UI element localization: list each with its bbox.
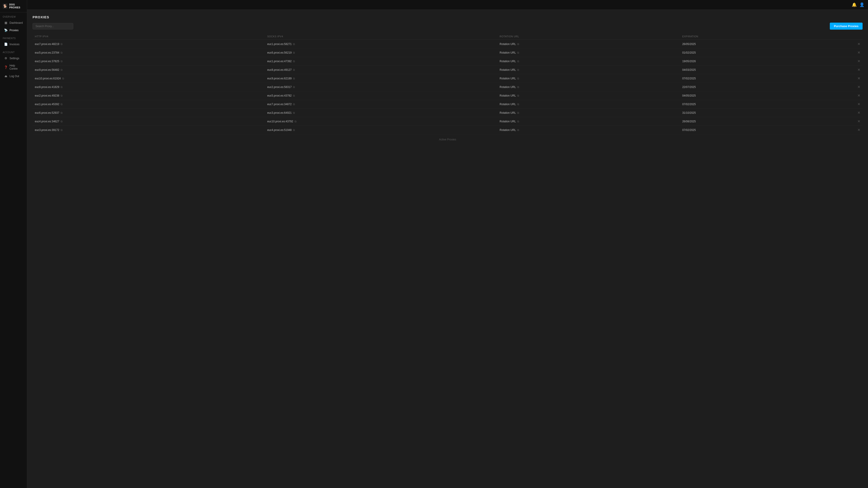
sidebar-item-logout[interactable]: ⏏ Log Out [1, 72, 26, 80]
topbar: 🔔 👤 [27, 0, 868, 10]
rotation-value-7: Rotation URL [500, 103, 516, 106]
copy-socks-icon-4[interactable]: ⧉ [293, 77, 295, 80]
copy-rotation-icon-0[interactable]: ⧉ [517, 42, 519, 46]
copy-rotation-icon-5[interactable]: ⧉ [517, 86, 519, 89]
sidebar-item-help[interactable]: ❓ Help Centre [1, 62, 26, 72]
cell-expiry-5: 22/07/2025 [680, 83, 813, 91]
copy-http-icon-8[interactable]: ⧉ [61, 111, 63, 115]
copy-socks-icon-0[interactable]: ⧉ [293, 42, 295, 46]
copy-rotation-icon-7[interactable]: ⧉ [517, 103, 519, 106]
socks-value-10: euc4.proxi.es:51948 [267, 128, 291, 132]
cell-rotation-7: Rotation URL ⧉ [497, 100, 680, 109]
copy-socks-icon-5[interactable]: ⧉ [293, 86, 295, 89]
cell-socks-0: euc1.proxi.es:58271 ⧉ [265, 40, 497, 49]
help-icon: ❓ [4, 66, 8, 69]
delete-button-7[interactable]: ✕ [815, 102, 860, 106]
copy-socks-icon-7[interactable]: ⧉ [293, 103, 295, 106]
cell-action-1: ✕ [813, 49, 863, 57]
rotation-value-1: Rotation URL [500, 51, 516, 54]
delete-button-3[interactable]: ✕ [815, 68, 860, 72]
rotation-value-2: Rotation URL [500, 60, 516, 63]
socks-value-2: euc1.proxi.es:47392 [267, 60, 291, 63]
toolbar: Purchase Proxies [33, 23, 863, 30]
cell-socks-7: euc7.proxi.es:34872 ⧉ [265, 100, 497, 109]
copy-rotation-icon-9[interactable]: ⧉ [517, 120, 519, 123]
copy-socks-icon-1[interactable]: ⧉ [293, 51, 295, 54]
delete-button-10[interactable]: ✕ [815, 128, 860, 132]
copy-rotation-icon-10[interactable]: ⧉ [517, 128, 519, 132]
sidebar-item-dashboard[interactable]: ▦ Dashboard [1, 19, 26, 26]
cell-expiry-10: 07/02/2025 [680, 126, 813, 134]
notifications-icon[interactable]: 🔔 [852, 2, 857, 7]
expiry-value-4: 07/02/2025 [682, 77, 696, 80]
sidebar-item-invoices[interactable]: 📄 Invoices [1, 41, 26, 48]
copy-http-icon-1[interactable]: ⧉ [61, 51, 63, 54]
http-value-10: euc3.proxi.es:39172 [35, 128, 59, 132]
http-value-1: euc5.proxi.es:23784 [35, 51, 59, 54]
table-row: euc6.proxi.es:52937 ⧉ euc3.proxi.es:6492… [33, 109, 863, 117]
copy-rotation-icon-8[interactable]: ⧉ [517, 111, 519, 115]
purchase-proxies-button[interactable]: Purchase Proxies [830, 23, 863, 30]
copy-socks-icon-9[interactable]: ⧉ [294, 120, 297, 123]
delete-button-8[interactable]: ✕ [815, 111, 860, 115]
table-row: euc5.proxi.es:23784 ⧉ euc6.proxi.es:5621… [33, 49, 863, 57]
copy-http-icon-5[interactable]: ⧉ [61, 86, 63, 89]
copy-http-icon-4[interactable]: ⧉ [62, 77, 64, 80]
copy-socks-icon-6[interactable]: ⧉ [293, 94, 295, 97]
expiry-value-1: 01/02/2025 [682, 51, 696, 54]
rotation-value-6: Rotation URL [500, 94, 516, 97]
cell-expiry-3: 04/03/2025 [680, 66, 813, 74]
delete-button-2[interactable]: ✕ [815, 59, 860, 63]
cell-rotation-6: Rotation URL ⧉ [497, 91, 680, 100]
delete-button-4[interactable]: ✕ [815, 76, 860, 81]
copy-rotation-icon-3[interactable]: ⧉ [517, 68, 519, 71]
user-avatar-icon[interactable]: 👤 [860, 2, 864, 7]
copy-http-icon-0[interactable]: ⧉ [61, 42, 63, 46]
copy-http-icon-2[interactable]: ⧉ [61, 60, 63, 63]
delete-button-1[interactable]: ✕ [815, 51, 860, 55]
delete-button-6[interactable]: ✕ [815, 93, 860, 98]
delete-button-9[interactable]: ✕ [815, 119, 860, 123]
copy-socks-icon-8[interactable]: ⧉ [293, 111, 295, 115]
copy-socks-icon-3[interactable]: ⧉ [293, 68, 295, 71]
col-header-http: HTTP IPv4 [33, 33, 265, 40]
logout-icon: ⏏ [4, 74, 8, 78]
copy-http-icon-6[interactable]: ⧉ [61, 94, 63, 97]
sidebar-item-proxies[interactable]: 📡 Proxies [1, 27, 26, 34]
cell-rotation-8: Rotation URL ⧉ [497, 109, 680, 117]
copy-socks-icon-10[interactable]: ⧉ [293, 128, 295, 132]
copy-http-icon-10[interactable]: ⧉ [61, 128, 63, 132]
cell-expiry-4: 07/02/2025 [680, 74, 813, 83]
nav-section-overview: Overview [0, 12, 27, 19]
sidebar-item-settings[interactable]: ⚙ Settings [1, 55, 26, 62]
cell-socks-4: euc9.proxi.es:62189 ⧉ [265, 74, 497, 83]
cell-socks-2: euc1.proxi.es:47392 ⧉ [265, 57, 497, 66]
copy-rotation-icon-4[interactable]: ⧉ [517, 77, 519, 80]
copy-socks-icon-2[interactable]: ⧉ [293, 60, 295, 63]
cell-rotation-0: Rotation URL ⧉ [497, 40, 680, 49]
copy-rotation-icon-2[interactable]: ⧉ [517, 60, 519, 63]
table-row: euc10.proxi.es:61924 ⧉ euc9.proxi.es:621… [33, 74, 863, 83]
cell-socks-1: euc6.proxi.es:56219 ⧉ [265, 49, 497, 57]
cell-rotation-10: Rotation URL ⧉ [497, 126, 680, 134]
socks-value-1: euc6.proxi.es:56219 [267, 51, 291, 54]
sidebar-label-proxies: Proxies [9, 29, 19, 32]
logo-text: DOG PROXIES [9, 3, 24, 9]
cell-rotation-9: Rotation URL ⧉ [497, 117, 680, 126]
copy-rotation-icon-6[interactable]: ⧉ [517, 94, 519, 97]
nav-section-account: Account [0, 48, 27, 55]
delete-button-5[interactable]: ✕ [815, 85, 860, 89]
cell-expiry-6: 04/05/2025 [680, 91, 813, 100]
sidebar-label-settings: Settings [9, 57, 19, 60]
cell-socks-5: euc2.proxi.es:58317 ⧉ [265, 83, 497, 91]
copy-rotation-icon-1[interactable]: ⧉ [517, 51, 519, 54]
main-area: 🔔 👤 PROXIES Purchase Proxies HTTP IPv4 S… [27, 0, 868, 488]
delete-button-0[interactable]: ✕ [815, 42, 860, 46]
proxy-table: HTTP IPv4 SOCKS IPv4 Rotation URL Expira… [33, 33, 863, 134]
copy-http-icon-7[interactable]: ⧉ [61, 103, 63, 106]
search-input[interactable] [33, 23, 73, 29]
http-value-0: euc7.proxi.es:48219 [35, 42, 59, 46]
copy-http-icon-3[interactable]: ⧉ [61, 68, 63, 71]
http-value-9: euc4.proxi.es:34627 [35, 120, 59, 123]
copy-http-icon-9[interactable]: ⧉ [61, 120, 63, 123]
